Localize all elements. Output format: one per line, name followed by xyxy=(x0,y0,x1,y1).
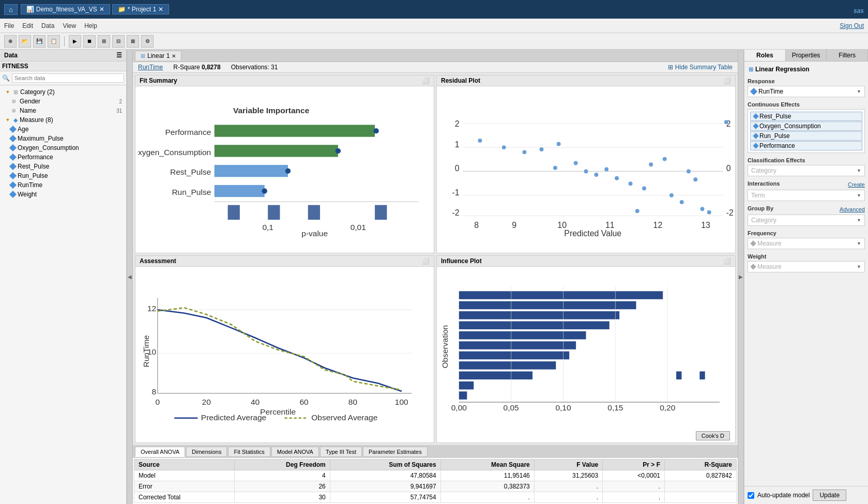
response-field[interactable]: RunTime ▼ xyxy=(748,86,865,97)
update-button[interactable]: Update xyxy=(813,490,846,501)
right-tab-properties[interactable]: Properties xyxy=(786,50,827,61)
tab-demo-fitness[interactable]: 📊 Demo_fitness_VA_VS ✕ xyxy=(21,4,110,14)
right-collapse-handle[interactable]: ▶ xyxy=(738,50,744,504)
toolbar-btn-open[interactable]: 📂 xyxy=(19,35,31,48)
table-row: Model 4 47,80584 11,95146 31,25603 <0,00… xyxy=(134,470,737,481)
dropdown-arrow: ▼ xyxy=(857,218,861,223)
col-f: F Value xyxy=(534,460,602,470)
panel-menu-icon[interactable]: ☰ xyxy=(116,52,122,59)
svg-point-57 xyxy=(663,157,667,161)
toolbar-btn-1[interactable]: ▶ xyxy=(69,35,81,48)
tab-type3-test[interactable]: Type III Test xyxy=(320,447,362,457)
tree-item-maxpulse[interactable]: Maximum_Pulse xyxy=(2,134,124,143)
menu-edit[interactable]: Edit xyxy=(22,22,33,29)
category-label: Category (2) xyxy=(20,88,55,96)
tab-dimensions[interactable]: Dimensions xyxy=(186,447,227,457)
maximize-icon4[interactable]: ⬜ xyxy=(723,257,731,265)
stats-bar: RunTime R-Square 0,8278 Observations: 31… xyxy=(133,62,738,73)
groupby-field[interactable]: Category ▼ xyxy=(748,215,865,226)
toolbar-btn-save[interactable]: 💾 xyxy=(33,35,45,48)
influence-chart: Observation xyxy=(439,269,733,428)
sign-out-link[interactable]: Sign Out xyxy=(840,22,864,29)
frequency-field[interactable]: Measure ▼ xyxy=(748,238,865,249)
create-link[interactable]: Create xyxy=(848,181,865,188)
svg-point-63 xyxy=(707,210,711,215)
observations-stat: Observations: 31 xyxy=(231,64,278,71)
menu-file[interactable]: File xyxy=(4,22,14,29)
toolbar-btn-save2[interactable]: 📋 xyxy=(48,35,60,48)
tree-item-measure[interactable]: ▼ ◆ Measure (8) xyxy=(2,115,124,125)
weight-section: Weight Measure ▼ xyxy=(748,253,865,272)
tree-item-oxygen[interactable]: Oxygen_Consumption xyxy=(2,143,124,152)
svg-point-17 xyxy=(373,128,378,133)
advanced-link[interactable]: Advanced xyxy=(840,206,865,212)
svg-point-42 xyxy=(724,120,728,124)
svg-text:8: 8 xyxy=(152,388,157,396)
toolbar-btn-4[interactable]: ⊟ xyxy=(112,35,125,48)
tree-item-runtime[interactable]: RunTime xyxy=(2,180,124,190)
interactions-field[interactable]: Term ▼ xyxy=(748,190,865,201)
cell-source: Error xyxy=(134,481,235,492)
toolbar-btn-3[interactable]: ⊞ xyxy=(98,35,110,48)
menu-data[interactable]: Data xyxy=(41,22,54,29)
svg-rect-10 xyxy=(268,205,280,220)
tree-item-gender[interactable]: ⊞ Gender 2 xyxy=(2,97,124,106)
svg-rect-86 xyxy=(459,292,663,300)
tree-item-restpulse[interactable]: Rest_Pulse xyxy=(2,162,124,171)
obs-value: 31 xyxy=(271,64,278,71)
maximize-icon3[interactable]: ⬜ xyxy=(422,257,430,265)
toolbar-btn-5[interactable]: ⊠ xyxy=(127,35,139,48)
classification-field[interactable]: Category ▼ xyxy=(748,165,865,176)
close-icon[interactable]: ✕ xyxy=(158,6,163,13)
menu-view[interactable]: View xyxy=(63,22,76,29)
home-button[interactable]: ⌂ xyxy=(4,4,18,15)
tree-item-weight[interactable]: Weight xyxy=(2,190,124,199)
cell-ss: 57,74754 xyxy=(330,492,440,503)
cell-source: Corrected Total xyxy=(134,492,235,503)
weight-field[interactable]: Measure ▼ xyxy=(748,261,865,272)
svg-text:9: 9 xyxy=(512,221,516,230)
search-input[interactable] xyxy=(12,73,124,83)
diamond-icon xyxy=(750,88,757,95)
hide-summary-link[interactable]: ⊞ Hide Summary Table xyxy=(668,64,733,71)
toolbar-btn-2[interactable]: ⏹ xyxy=(83,35,96,48)
tab-overall-anova[interactable]: Overall ANOVA xyxy=(135,447,185,457)
tree-item-runpulse[interactable]: Run_Pulse xyxy=(2,171,124,180)
restpulse-label: Rest_Pulse xyxy=(18,163,49,170)
menu-help[interactable]: Help xyxy=(84,22,97,29)
runtime-stat-label[interactable]: RunTime xyxy=(138,64,163,71)
left-collapse-handle[interactable]: ◀ xyxy=(127,50,133,504)
toolbar-btn-6[interactable]: ⚙ xyxy=(141,35,154,48)
cell-r2: 0,827842 xyxy=(665,470,737,481)
tab-fit-statistics[interactable]: Fit Statistics xyxy=(228,447,270,457)
tree-item-name[interactable]: ⊞ Name 31 xyxy=(2,106,124,115)
anova-table-container: Source Deg Freedom Sum of Squares Mean S… xyxy=(133,458,738,504)
assessment-body: RunTime 12 10 8 0 20 40 60 xyxy=(135,267,434,442)
table-icon2: ⊞ xyxy=(10,107,18,114)
tree-item-age[interactable]: Age xyxy=(2,125,124,134)
tab-project1[interactable]: 📁 * Project 1 ✕ xyxy=(112,4,169,14)
close-icon[interactable]: ✕ xyxy=(99,6,104,13)
influence-plot-panel: Influence Plot ⬜ Observation xyxy=(436,255,736,443)
cont-field-1: Oxygen_Consumption xyxy=(759,123,821,130)
tree-item-category[interactable]: ▼ ⊞ Category (2) xyxy=(2,87,124,97)
tab-close-icon[interactable]: ✕ xyxy=(172,53,176,59)
right-tab-filters[interactable]: Filters xyxy=(827,50,868,61)
tab-model-anova[interactable]: Model ANOVA xyxy=(271,447,319,457)
cell-ss: 9,941697 xyxy=(330,481,440,492)
tree-item-performance[interactable]: Performance xyxy=(2,152,124,162)
right-tab-roles[interactable]: Roles xyxy=(744,50,786,61)
toolbar-btn-new[interactable]: ⊕ xyxy=(4,35,17,48)
tab-param-estimates[interactable]: Parameter Estimates xyxy=(363,447,428,457)
continuous-tag-run: Run_Pulse xyxy=(750,131,862,141)
influence-plot-title: Influence Plot xyxy=(441,257,482,265)
maximize-icon2[interactable]: ⬜ xyxy=(723,77,731,84)
linear1-tab[interactable]: ⊞ Linear 1 ✕ xyxy=(135,51,181,60)
auto-update-checkbox[interactable] xyxy=(748,492,754,499)
svg-rect-11 xyxy=(308,205,320,220)
residual-plot-header: Residual Plot ⬜ xyxy=(437,75,735,86)
maximize-icon[interactable]: ⬜ xyxy=(422,77,430,84)
svg-point-19 xyxy=(285,169,291,174)
svg-point-55 xyxy=(642,187,646,191)
cooks-d-button[interactable]: Cook's D xyxy=(696,431,730,440)
